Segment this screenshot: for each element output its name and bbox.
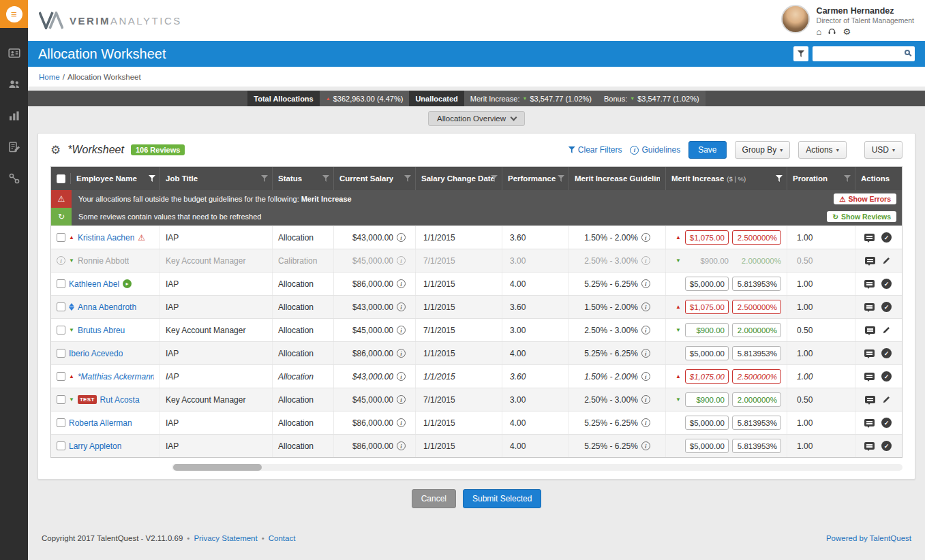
merit-amount-input[interactable] (685, 369, 729, 384)
merit-percent-input[interactable] (732, 346, 781, 360)
comment-icon[interactable] (864, 349, 875, 357)
employee-name-link[interactable]: Brutus Abreu (78, 326, 125, 335)
merit-amount-input[interactable] (685, 392, 729, 407)
info-icon[interactable]: i (641, 395, 650, 404)
merit-amount-input[interactable] (685, 277, 729, 291)
info-icon[interactable]: i (397, 279, 406, 288)
brand-logo[interactable]: VERIMANALYTICS (39, 12, 182, 29)
info-icon[interactable]: i (397, 302, 406, 311)
row-checkbox[interactable] (57, 302, 65, 311)
info-icon[interactable]: i (397, 441, 406, 450)
horizontal-scrollbar[interactable] (172, 464, 903, 471)
search-icon[interactable] (905, 50, 910, 55)
edit-icon[interactable] (882, 326, 891, 335)
merit-amount-input[interactable] (685, 323, 729, 337)
employee-name-link[interactable]: Anna Abendroth (78, 302, 136, 312)
warning-icon[interactable]: ⚠ (138, 234, 145, 242)
merit-amount-input[interactable] (685, 300, 729, 314)
info-icon[interactable]: i (397, 326, 406, 335)
comment-icon[interactable] (864, 303, 875, 311)
info-icon[interactable]: i (641, 441, 650, 450)
info-icon[interactable]: i (641, 279, 650, 288)
info-icon[interactable]: i (641, 256, 650, 265)
merit-percent-input[interactable] (732, 416, 781, 430)
actions-dropdown[interactable]: Actions▾ (798, 141, 846, 159)
approve-icon[interactable]: ✓ (881, 418, 892, 428)
employee-name-link[interactable]: *Matthias Ackermann (78, 372, 154, 382)
merit-percent-input[interactable] (732, 392, 781, 407)
row-checkbox[interactable] (57, 441, 65, 450)
column-filter-icon[interactable] (322, 175, 329, 182)
column-header-merit[interactable]: Merit Increase($ | %) (666, 167, 787, 190)
worksheet-settings-icon[interactable]: ⚙ (50, 143, 61, 157)
info-icon[interactable]: i (641, 326, 650, 335)
approve-icon[interactable]: ✓ (881, 371, 892, 382)
column-filter-icon[interactable] (149, 175, 155, 182)
comment-icon[interactable] (864, 419, 875, 426)
allocation-overview-dropdown[interactable]: Allocation Overview (428, 111, 525, 126)
breadcrumb-home-link[interactable]: Home (39, 73, 60, 81)
column-header-perf[interactable]: Performance (502, 167, 569, 190)
select-all-checkbox[interactable] (57, 174, 65, 183)
info-icon[interactable]: i (397, 349, 406, 358)
info-icon[interactable]: i (641, 349, 650, 358)
row-checkbox[interactable] (57, 326, 65, 335)
comment-icon[interactable] (864, 442, 875, 450)
employee-name-link[interactable]: Larry Appleton (69, 441, 121, 451)
scrollbar-thumb[interactable] (173, 464, 262, 471)
submit-selected-button[interactable]: Submit Selected (463, 489, 541, 508)
merit-amount-input[interactable] (685, 439, 729, 453)
merit-percent-input[interactable] (732, 277, 781, 291)
row-checkbox[interactable] (57, 372, 65, 381)
info-icon[interactable]: i (397, 372, 406, 381)
search-input[interactable] (813, 46, 915, 61)
settings-icon[interactable]: ⚙ (843, 27, 851, 36)
sidebar-item-employees[interactable] (7, 46, 22, 61)
column-filter-icon[interactable] (404, 175, 411, 182)
column-filter-icon[interactable] (844, 175, 851, 182)
merit-percent-input[interactable] (732, 300, 781, 314)
approve-icon[interactable]: ✓ (881, 279, 892, 289)
column-header-status[interactable]: Status (273, 167, 334, 190)
merit-amount-input[interactable] (685, 346, 729, 360)
user-avatar[interactable] (781, 5, 810, 33)
employee-name-link[interactable]: Kristina Aachen (78, 233, 134, 243)
info-icon[interactable]: i (397, 233, 406, 242)
row-checkbox[interactable] (57, 395, 65, 404)
sidebar-item-people[interactable] (7, 77, 22, 92)
column-header-job[interactable]: Job Title (160, 167, 273, 190)
row-checkbox[interactable] (57, 349, 65, 358)
sidebar-item-worksheet[interactable] (7, 140, 22, 155)
comment-icon[interactable] (864, 280, 875, 287)
employee-name-link[interactable]: Roberta Allerman (69, 418, 132, 428)
approve-icon[interactable]: ✓ (881, 348, 892, 358)
employee-name-link[interactable]: Kathleen Abel (69, 279, 119, 289)
privacy-link[interactable]: Privacy Statement (194, 534, 257, 542)
home-icon[interactable]: ⌂ (817, 27, 822, 36)
employee-name-link[interactable]: Rut Acosta (100, 395, 140, 405)
show-reviews-button[interactable]: ↻Show Reviews (827, 211, 896, 222)
show-errors-button[interactable]: ⚠Show Errors (834, 193, 896, 204)
column-header-guide[interactable]: Merit Increase Guidelines (569, 167, 666, 190)
comment-icon[interactable] (865, 396, 875, 403)
powered-by-link[interactable]: Powered by TalentQuest (826, 534, 911, 542)
column-filter-icon[interactable] (776, 175, 783, 182)
row-info-icon[interactable]: i (57, 256, 65, 265)
column-header-pror[interactable]: Proration (787, 167, 855, 190)
column-header-actions[interactable]: Actions (855, 167, 900, 190)
info-icon[interactable]: i (641, 372, 650, 381)
approve-icon[interactable]: ✓ (881, 232, 892, 243)
save-button[interactable]: Save (688, 141, 726, 159)
comment-icon[interactable] (865, 326, 875, 334)
clear-filters-link[interactable]: Clear Filters (568, 145, 622, 155)
row-checkbox[interactable] (57, 279, 65, 288)
group-by-dropdown[interactable]: Group By▾ (735, 141, 791, 159)
approve-icon[interactable]: ✓ (881, 302, 892, 312)
merit-percent-input[interactable] (732, 230, 781, 245)
merit-percent-input[interactable] (732, 323, 781, 337)
merit-percent-input[interactable] (732, 369, 781, 384)
merit-percent-input[interactable] (732, 439, 781, 453)
column-header-date[interactable]: Salary Change Date (416, 167, 502, 190)
merit-amount-input[interactable] (685, 416, 729, 430)
column-filter-icon[interactable] (558, 175, 564, 182)
